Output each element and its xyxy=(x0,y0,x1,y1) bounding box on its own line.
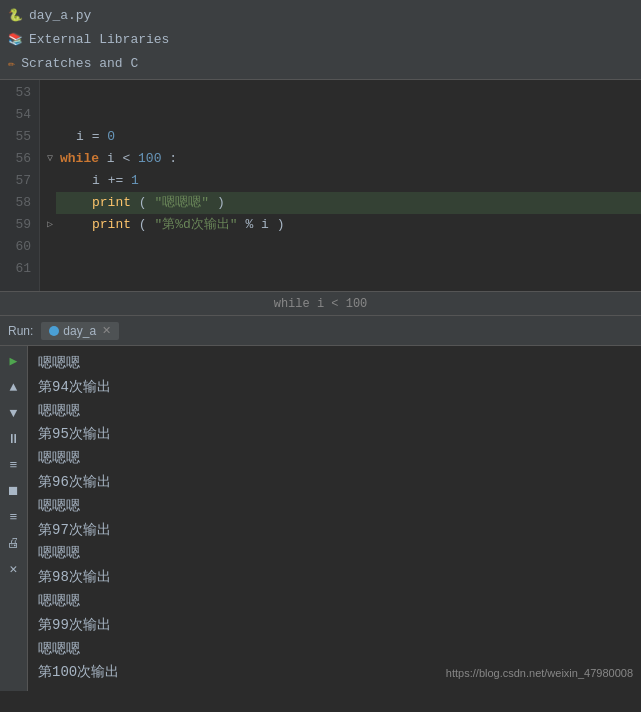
run-tab-close[interactable]: ✕ xyxy=(102,324,111,337)
run-tab-name: day_a xyxy=(63,324,96,338)
code-line-58: print ( "嗯嗯嗯" ) xyxy=(56,192,641,214)
output-line-12: 第99次输出 xyxy=(38,614,631,638)
file-tree: 🐍 day_a.py 📚 External Libraries ✏️ Scrat… xyxy=(0,0,641,80)
scroll-down-button[interactable]: ▼ xyxy=(3,402,25,424)
output-line-9: 嗯嗯嗯 xyxy=(38,542,631,566)
output-line-4: 第95次输出 xyxy=(38,423,631,447)
run-tab[interactable]: day_a ✕ xyxy=(41,322,119,340)
scroll-up-button[interactable]: ▲ xyxy=(3,376,25,398)
print-button[interactable]: 🖨 xyxy=(3,532,25,554)
clear-button[interactable]: ✕ xyxy=(3,558,25,580)
line-numbers: 53 54 55 56 57 58 59 60 61 xyxy=(0,80,40,291)
line-num-60: 60 xyxy=(0,236,31,258)
code-line-54 xyxy=(56,104,641,126)
run-play-button[interactable]: ▶ xyxy=(3,350,25,372)
code-container: 53 54 55 56 57 58 59 60 61 i xyxy=(0,80,641,291)
python-file-icon: 🐍 xyxy=(8,8,23,23)
fold-60 xyxy=(42,236,58,258)
file-tree-item-scratches[interactable]: ✏️ Scratches and C xyxy=(0,51,641,75)
line-num-58: 58 xyxy=(0,192,31,214)
fold-59: ▷ xyxy=(42,214,58,236)
run-tab-dot xyxy=(49,326,59,336)
left-toolbar: ▶ ▲ ▼ ⏸ ≡ ⏹ ≡ 🖨 ✕ xyxy=(0,346,28,691)
line-num-55: 55 xyxy=(0,126,31,148)
editor-status-bar: while i < 100 xyxy=(0,291,641,315)
watermark: https://blog.csdn.net/weixin_47980008 xyxy=(446,664,633,683)
status-text: while i < 100 xyxy=(274,297,368,311)
output-line-8: 第97次输出 xyxy=(38,519,631,543)
code-59-content: print ( "第%d次输出" % i ) xyxy=(92,214,285,236)
fold-53 xyxy=(42,82,58,104)
editor-area: 53 54 55 56 57 58 59 60 61 i xyxy=(0,80,641,315)
code-line-57: i += 1 xyxy=(56,170,641,192)
fold-56: ▽ xyxy=(42,148,58,170)
output-line-13: 嗯嗯嗯 xyxy=(38,638,631,662)
output-line-10: 第98次输出 xyxy=(38,566,631,590)
code-56-content: while i < 100 : xyxy=(60,148,177,170)
line-num-56: 56 xyxy=(0,148,31,170)
output-line-6: 第96次输出 xyxy=(38,471,631,495)
line-num-61: 61 xyxy=(0,258,31,280)
output-line-11: 嗯嗯嗯 xyxy=(38,590,631,614)
run-panel: Run: day_a ✕ ▶ ▲ ▼ ⏸ ≡ ⏹ ≡ 🖨 ✕ 嗯嗯嗯 第94次输… xyxy=(0,315,641,691)
run-label: Run: xyxy=(8,324,33,338)
code-line-53 xyxy=(56,82,641,104)
output-line-2: 第94次输出 xyxy=(38,376,631,400)
code-line-56: ▽ while i < 100 : xyxy=(56,148,641,170)
file-tree-label-scratches: Scratches and C xyxy=(21,56,138,71)
wrap-button[interactable]: ≡ xyxy=(3,454,25,476)
code-line-60 xyxy=(56,236,641,258)
file-tree-label-libraries: External Libraries xyxy=(29,32,169,47)
output-line-1: 嗯嗯嗯 xyxy=(38,352,631,376)
code-55-content: i = 0 xyxy=(76,126,115,148)
code-57-content: i += 1 xyxy=(92,170,139,192)
settings-button[interactable]: ≡ xyxy=(3,506,25,528)
output-line-3: 嗯嗯嗯 xyxy=(38,400,631,424)
fold-57 xyxy=(42,170,58,192)
line-num-53: 53 xyxy=(0,82,31,104)
file-tree-label-day-a: day_a.py xyxy=(29,8,91,23)
fold-61 xyxy=(42,258,58,280)
fold-55 xyxy=(42,126,58,148)
run-header: Run: day_a ✕ xyxy=(0,316,641,346)
run-content: ▶ ▲ ▼ ⏸ ≡ ⏹ ≡ 🖨 ✕ 嗯嗯嗯 第94次输出 嗯嗯嗯 第95次输出 … xyxy=(0,346,641,691)
file-tree-item-day-a[interactable]: 🐍 day_a.py xyxy=(0,4,641,28)
line-num-59: 59 xyxy=(0,214,31,236)
line-num-57: 57 xyxy=(0,170,31,192)
fold-58 xyxy=(42,192,58,214)
library-icon: 📚 xyxy=(8,32,23,47)
line-num-54: 54 xyxy=(0,104,31,126)
file-tree-item-external-libraries[interactable]: 📚 External Libraries xyxy=(0,28,641,52)
pause-button[interactable]: ⏸ xyxy=(3,428,25,450)
stop-button[interactable]: ⏹ xyxy=(3,480,25,502)
code-line-55: i = 0 xyxy=(56,126,641,148)
code-line-61 xyxy=(56,258,641,280)
output-line-7: 嗯嗯嗯 xyxy=(38,495,631,519)
output-line-5: 嗯嗯嗯 xyxy=(38,447,631,471)
scratch-icon: ✏️ xyxy=(8,56,15,71)
output-content[interactable]: 嗯嗯嗯 第94次输出 嗯嗯嗯 第95次输出 嗯嗯嗯 第96次输出 嗯嗯嗯 第97… xyxy=(28,346,641,691)
code-lines[interactable]: i = 0 ▽ while i < 100 : xyxy=(40,80,641,291)
fold-54 xyxy=(42,104,58,126)
code-line-59: ▷ print ( "第%d次输出" % i ) xyxy=(56,214,641,236)
code-58-content: print ( "嗯嗯嗯" ) xyxy=(92,192,225,214)
